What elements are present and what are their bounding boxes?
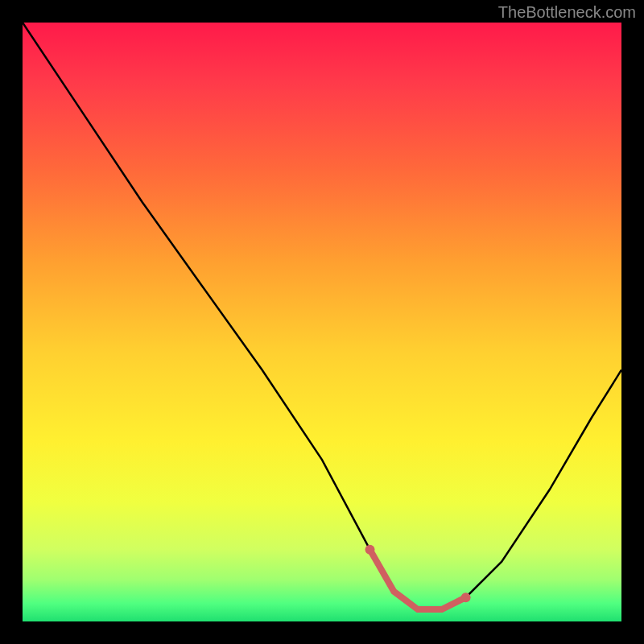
optimal-range-path [370,550,466,609]
chart-svg [23,23,621,621]
optimal-range-endpoint [365,545,375,555]
optimal-range-endpoint [461,592,471,602]
watermark-label: TheBottleneck.com [498,3,636,22]
plot-area [23,23,621,621]
bottleneck-curve-path [23,23,621,609]
